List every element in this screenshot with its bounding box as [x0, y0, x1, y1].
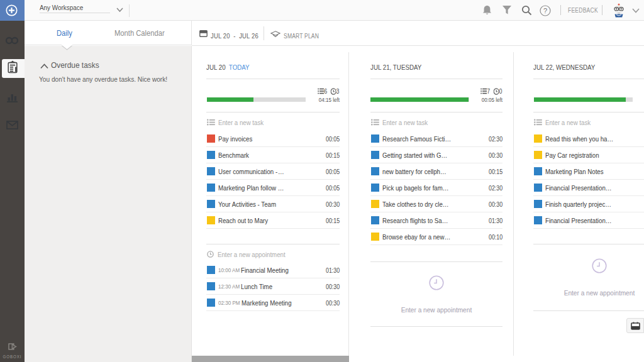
svg-text:?: ? [543, 7, 547, 14]
